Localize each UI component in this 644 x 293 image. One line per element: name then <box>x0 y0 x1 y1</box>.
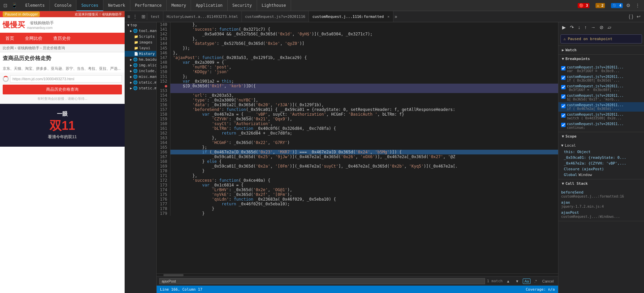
call-stack-item[interactable]: ajax jquery-1.7.2.min.js:4 <box>558 199 644 209</box>
breakpoint-checkbox[interactable] <box>561 94 566 99</box>
line-number[interactable]: 175 <box>157 192 170 197</box>
line-number[interactable]: 165 <box>157 145 170 150</box>
line-number[interactable]: 155 <box>157 98 170 102</box>
line-number[interactable]: 166 <box>157 150 170 154</box>
scope-item[interactable]: this: Object <box>558 149 644 155</box>
more-button[interactable]: ⋮ <box>634 2 641 9</box>
breakpoint-checkbox[interactable] <box>561 113 566 118</box>
line-number[interactable]: 149 <box>157 65 170 69</box>
scope-header[interactable]: ▼ Scope <box>558 132 644 141</box>
scope-item[interactable]: Closure (ajaxPost) <box>558 166 644 172</box>
tab-memory[interactable]: Memory <box>167 0 191 11</box>
cancel-search-button[interactable]: Cancel <box>541 279 555 284</box>
file-tab-customrequest[interactable]: customRequest.js?v=20201116 <box>242 11 309 22</box>
line-number[interactable]: 168 <box>157 159 170 164</box>
horizontal-scrollbar[interactable] <box>157 273 558 276</box>
line-number[interactable]: 147 <box>157 55 170 60</box>
line-number[interactable]: 141 <box>157 27 170 32</box>
breakpoint-item[interactable]: customRequest.js?v=202011... if (_0x467e… <box>558 102 644 112</box>
file-tab-history[interactable]: HistoryLowest.a...011493273.html <box>163 11 242 22</box>
tree-item-history[interactable]: 📄 History <box>125 51 156 57</box>
tab-network[interactable]: Network <box>103 0 130 11</box>
line-number[interactable]: 179 <box>157 211 170 216</box>
line-number[interactable]: 163 <box>157 136 170 140</box>
tab-performance[interactable]: Performance <box>130 0 167 11</box>
line-number[interactable]: 145 <box>157 46 170 51</box>
match-case-button[interactable]: Aa <box>523 279 530 284</box>
more-file-tabs-button[interactable]: » <box>393 13 399 20</box>
regex-button[interactable]: .* <box>533 279 538 284</box>
breakpoint-checkbox[interactable] <box>561 76 566 80</box>
line-number[interactable]: 172 <box>157 178 170 183</box>
tree-item-static1[interactable]: ▶ 🌐 static.mar <box>125 80 156 85</box>
pretty-print-button[interactable]: ↩ <box>635 13 642 20</box>
line-number[interactable]: 154 <box>157 93 170 98</box>
tab-elements[interactable]: Elements <box>21 0 50 11</box>
breakpoint-checkbox[interactable] <box>561 104 566 108</box>
step-into-button[interactable]: ↓ <box>576 24 582 31</box>
sidebar-toggle-button[interactable]: ≡ <box>126 13 131 20</box>
line-number[interactable]: 150 <box>157 69 170 74</box>
step-out-button[interactable]: ↑ <box>583 24 588 31</box>
close-tab-button[interactable]: × <box>387 14 390 19</box>
call-stack-header[interactable]: ▼ Call Stack <box>558 179 644 188</box>
watch-header[interactable]: ▶ Watch <box>558 46 644 54</box>
line-number[interactable]: 177 <box>157 202 170 206</box>
line-number[interactable]: 156 <box>157 102 170 107</box>
code-editor[interactable]: 140 },141 'success': function(_0x3271c7)… <box>157 22 558 273</box>
line-number[interactable]: 144 <box>157 41 170 46</box>
search-button[interactable]: 商品历史价格查询 <box>3 85 122 94</box>
tree-item-scripts[interactable]: 📁 Scripts <box>125 34 156 39</box>
dock-button[interactable]: ⊞ <box>140 13 147 20</box>
breakpoint-checkbox[interactable] <box>561 66 566 70</box>
line-number[interactable]: 158 <box>157 112 170 117</box>
call-stack-item[interactable]: beforeSend customRequest.j...:formatted:… <box>558 189 644 199</box>
scope-item[interactable]: GlobalWindow <box>558 172 644 178</box>
tab-security[interactable]: Security <box>228 0 257 11</box>
inspect-element-button[interactable]: ⊡ <box>2 2 9 9</box>
deactivate-breakpoints-button[interactable]: ⊘ <box>598 24 605 31</box>
line-number[interactable]: 173 <box>157 183 170 187</box>
tree-item-toolmanr[interactable]: ▶ 🌐 tool.manr <box>125 28 156 34</box>
line-number[interactable]: 142 <box>157 32 170 36</box>
breakpoint-item[interactable]: customRequest.js?v=202011... $[_0x365d('… <box>558 93 644 102</box>
line-number[interactable]: 178 <box>157 206 170 211</box>
tree-item-include[interactable]: ▶ 🌐 include.m <box>125 68 156 74</box>
more-tabs-button[interactable]: ⋮ <box>131 13 139 20</box>
line-number[interactable]: 152 <box>157 79 170 84</box>
line-number[interactable]: 170 <box>157 169 170 173</box>
breakpoint-item[interactable]: customRequest.js?v=202011... continue; <box>558 121 644 130</box>
scroll-thumb[interactable] <box>163 274 184 276</box>
breakpoints-header[interactable]: ▼ Breakpoints <box>558 55 644 63</box>
breakpoint-item[interactable]: customRequest.js?v=202011... if (_0x3bc0… <box>558 74 644 83</box>
tree-item-misc[interactable]: ▶ 🌐 misc.man <box>125 74 156 80</box>
breakpoint-item[interactable]: customRequest.js?v=202011... _0x3f166f =… <box>558 83 644 93</box>
line-number[interactable]: 162 <box>157 131 170 136</box>
line-number[interactable]: 171 <box>157 173 170 178</box>
line-number[interactable]: 161 <box>157 126 170 131</box>
tree-item-layui[interactable]: 📁 layui <box>125 45 156 51</box>
breakpoint-item[interactable]: customRequest.js?v=202011... var _0x3f16… <box>558 64 644 74</box>
line-number[interactable]: 159 <box>157 117 170 121</box>
nav-home[interactable]: 首页 <box>0 33 20 44</box>
step-button[interactable]: → <box>589 24 597 31</box>
line-number[interactable]: 160 <box>157 121 170 126</box>
line-number[interactable]: 157 <box>157 107 170 112</box>
line-number[interactable]: 140 <box>157 22 170 27</box>
breakpoint-item[interactable]: customRequest.js?v=202011... switch (_0x… <box>558 112 644 121</box>
line-number[interactable]: 174 <box>157 187 170 192</box>
resume-button[interactable]: ▶ <box>560 24 568 31</box>
line-number[interactable]: 143 <box>157 36 170 41</box>
line-number[interactable]: 151 <box>157 74 170 79</box>
file-tab-customrequest-formatted[interactable]: customRequest.j...1116:formatted × <box>309 11 393 22</box>
tab-sources[interactable]: Sources <box>76 0 103 11</box>
tab-console[interactable]: Console <box>50 0 77 11</box>
search-input[interactable] <box>159 278 485 284</box>
tab-lighthouse[interactable]: Lighthouse <box>257 0 291 11</box>
line-number[interactable]: 167 <box>157 154 170 159</box>
dont-pause-exceptions-button[interactable]: ▱ <box>606 24 613 31</box>
scope-category[interactable]: ▼Local <box>558 142 644 149</box>
tab-application[interactable]: Application <box>191 0 227 11</box>
settings-button[interactable]: ⚙ <box>625 2 632 9</box>
step-over-button[interactable]: ↷ <box>568 24 576 31</box>
